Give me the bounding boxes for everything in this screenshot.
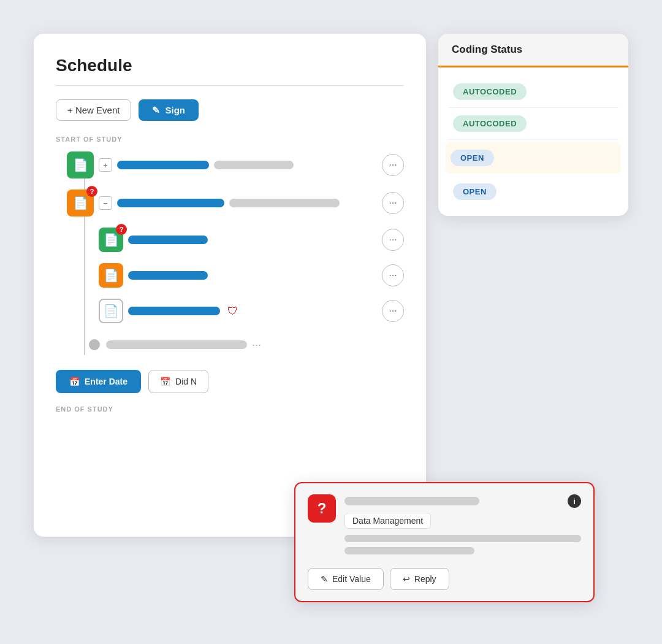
query-question-icon: ?	[308, 494, 336, 523]
coding-status-list: AUTOCODED AUTOCODED OPEN OPEN	[438, 67, 628, 216]
edit-icon: ✎	[321, 574, 328, 584]
timeline-item-sub-2: 📄 ···	[99, 263, 404, 288]
doc-symbol: 📄	[73, 158, 88, 172]
bar-gray-ellipsis	[106, 340, 247, 349]
expand-plus-1[interactable]: +	[99, 158, 112, 172]
bar-gray-1	[214, 161, 294, 169]
coding-row-1: AUTOCODED	[448, 76, 618, 108]
status-badge-autocoded-1: AUTOCODED	[453, 83, 527, 100]
bar-group-sub-2	[128, 271, 377, 280]
sign-button[interactable]: ✎ Sign	[139, 99, 199, 121]
doc-symbol: 📄	[104, 232, 119, 247]
bar-blue-2	[117, 199, 224, 207]
toolbar: + New Event ✎ Sign	[56, 99, 404, 121]
calendar-icon-2: 📅	[160, 377, 170, 386]
coding-status-card: Coding Status AUTOCODED AUTOCODED OPEN O…	[438, 34, 628, 216]
bar-blue-sub-3	[128, 307, 220, 315]
timeline-item-2: 📄 ? − ···	[67, 190, 404, 217]
bar-group-sub-1	[128, 236, 377, 244]
subgroup: 📄 ? ··· 📄 ···	[99, 228, 404, 323]
edit-value-button[interactable]: ✎ Edit Value	[308, 568, 384, 590]
doc-icon-green-1: 📄	[67, 151, 94, 178]
doc-icon-green-sub-1: 📄 ?	[99, 228, 123, 252]
timeline: 📄 + ··· 📄 ? − ···	[56, 151, 404, 355]
query-content: i Data Management	[344, 494, 581, 559]
bar-group-sub-3: 🛡	[128, 305, 377, 318]
reply-icon: ↩	[403, 574, 410, 584]
query-actions: ✎ Edit Value ↩ Reply	[308, 568, 581, 590]
doc-icon-outline-sub-3: 📄	[99, 299, 123, 323]
timeline-item-1: 📄 + ···	[67, 151, 404, 178]
schedule-title: Schedule	[56, 56, 404, 75]
info-icon: i	[568, 494, 581, 508]
timeline-item-ellipsis: ···	[67, 334, 404, 355]
query-top: ? i Data Management	[308, 494, 581, 559]
doc-symbol: 📄	[104, 304, 119, 318]
status-badge-open-2: OPEN	[453, 183, 496, 200]
query-text-bar-2	[344, 547, 474, 554]
bar-group-1	[117, 161, 377, 169]
more-button-sub-1[interactable]: ···	[382, 229, 404, 251]
coding-row-3-highlighted: OPEN	[446, 142, 621, 174]
status-badge-open-1: OPEN	[451, 150, 494, 166]
query-title-row: i	[344, 494, 581, 508]
more-button-sub-2[interactable]: ···	[382, 264, 404, 286]
query-badge-sub-1: ?	[116, 224, 127, 235]
bar-gray-2	[229, 199, 340, 207]
query-title-bar	[344, 497, 479, 505]
pencil-icon: ✎	[152, 105, 160, 116]
status-badge-autocoded-2: AUTOCODED	[453, 115, 527, 132]
data-management-badge: Data Management	[344, 513, 431, 529]
timeline-item-sub-3: 📄 🛡 ···	[99, 299, 404, 323]
more-button-2[interactable]: ···	[382, 192, 404, 214]
date-actions: 📅 Enter Date 📅 Did N	[56, 370, 404, 393]
doc-icon-orange-sub-2: 📄	[99, 263, 123, 288]
query-badge-2: ?	[86, 186, 97, 197]
start-of-study-label: START OF STUDY	[56, 136, 404, 143]
doc-icon-orange-2: 📄 ?	[67, 190, 94, 217]
schedule-divider	[56, 85, 404, 86]
shield-icon: 🛡	[227, 305, 238, 318]
bar-blue-sub-2	[128, 271, 208, 280]
bar-blue-1	[117, 161, 209, 169]
enter-date-button[interactable]: 📅 Enter Date	[56, 370, 141, 393]
did-not-button[interactable]: 📅 Did N	[148, 370, 208, 393]
reply-button[interactable]: ↩ Reply	[390, 568, 449, 590]
calendar-icon: 📅	[69, 377, 80, 386]
query-text-bar-1	[344, 535, 581, 542]
doc-symbol: 📄	[73, 196, 88, 210]
expand-minus-2[interactable]: −	[99, 196, 112, 210]
schedule-card: Schedule + New Event ✎ Sign START OF STU…	[34, 34, 426, 537]
doc-symbol: 📄	[104, 268, 119, 283]
timeline-item-sub-1: 📄 ? ···	[99, 228, 404, 252]
bar-blue-sub-1	[128, 236, 208, 244]
coding-row-4: OPEN	[448, 176, 618, 207]
bar-group-2	[117, 199, 377, 207]
timeline-line	[84, 151, 85, 355]
coding-status-title: Coding Status	[438, 34, 628, 67]
query-popup-card: ? i Data Management ✎ Edit Value ↩ Reply	[294, 482, 595, 602]
new-event-button[interactable]: + New Event	[56, 99, 131, 121]
timeline-dot	[89, 339, 100, 350]
more-button-sub-3[interactable]: ···	[382, 300, 404, 322]
ellipsis-dots: ···	[252, 339, 261, 351]
more-button-1[interactable]: ···	[382, 154, 404, 176]
coding-row-2: AUTOCODED	[448, 108, 618, 140]
end-of-study-label: END OF STUDY	[56, 405, 404, 413]
